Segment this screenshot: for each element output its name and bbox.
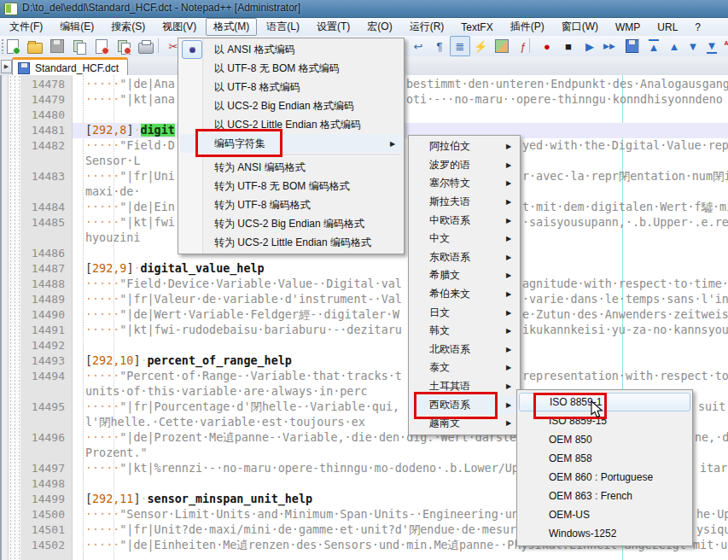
menu-item--[interactable]: 韩文▶ bbox=[411, 322, 518, 341]
show-all-characters-icon[interactable]: ¶ bbox=[430, 37, 449, 55]
close-file-icon-badge bbox=[102, 47, 109, 55]
nav-first-icon[interactable]: ▲ bbox=[644, 37, 663, 55]
spell-check-icon[interactable]: ABC✓ bbox=[721, 37, 728, 55]
tab-standard-hcf[interactable]: Standard_HCF.dct bbox=[12, 57, 128, 77]
menu-item--[interactable]: 东欧语系▶ bbox=[411, 248, 518, 267]
menu-item--[interactable]: 波罗的语▶ bbox=[411, 156, 518, 175]
line-number: 14502 bbox=[20, 538, 65, 553]
menubar-item[interactable]: 插件(P) bbox=[503, 18, 552, 36]
code-token: "|kt|fwi bbox=[119, 216, 175, 229]
macro-run-multiple-icon[interactable]: ▶▶ bbox=[600, 37, 619, 55]
save-file-icon[interactable] bbox=[48, 37, 67, 55]
macro-play-icon: ▶ bbox=[585, 40, 594, 53]
code-segment: Prozent." bbox=[85, 446, 148, 461]
menu-item--ansi-[interactable]: 以 ANSI 格式编码 bbox=[180, 40, 402, 59]
menu-item-label: 希伯来文 bbox=[429, 287, 470, 301]
code-token: ····· bbox=[85, 324, 119, 336]
code-segment: ·····"|de|Ana bbox=[85, 77, 175, 92]
menu-item--utf-8-bom-[interactable]: 以 UTF-8 无 BOM 格式编码 bbox=[180, 59, 402, 78]
new-file-icon[interactable] bbox=[3, 37, 22, 55]
menubar-item[interactable]: 格式(M) bbox=[206, 18, 257, 36]
menubar-item[interactable]: 设置(T) bbox=[309, 18, 358, 36]
code-line[interactable]: 14488·····"Field·Device·Variable·Value-·… bbox=[0, 277, 728, 292]
menu-item-oem-858[interactable]: OEM 858 bbox=[519, 449, 690, 468]
open-file-icon[interactable] bbox=[26, 37, 44, 55]
code-segment: units·of·this·variable·are·always·in·per… bbox=[85, 384, 368, 400]
menu-item--[interactable]: 希伯来文▶ bbox=[411, 285, 518, 304]
macro-record-icon[interactable]: ● bbox=[538, 37, 556, 55]
nav-prev-icon[interactable]: ▲ bbox=[665, 37, 684, 55]
code-line[interactable]: 14489·····"|fr|Valeur·de·variable·d'inst… bbox=[0, 292, 728, 307]
sync-scroll-icon[interactable]: ⚡ bbox=[471, 37, 490, 55]
save-all-icon[interactable] bbox=[70, 37, 89, 55]
menu-item-oem-863-french[interactable]: OEM 863 : French bbox=[519, 487, 690, 505]
menu-item--[interactable]: 希腊文▶ bbox=[411, 266, 518, 285]
menubar-item[interactable]: 视图(V) bbox=[154, 18, 204, 36]
close-all-icon[interactable] bbox=[114, 37, 133, 55]
code-line[interactable]: 14493[292,10]·percent_of_range_help bbox=[0, 353, 728, 369]
menu-item-oem-us[interactable]: OEM-US bbox=[519, 505, 690, 524]
menubar-item[interactable]: 编辑(E) bbox=[52, 18, 102, 36]
menu-item-label: 转为 ANSI 编码格式 bbox=[214, 160, 306, 175]
menubar-item[interactable]: TextFX bbox=[453, 20, 500, 35]
nav-next-icon[interactable]: ▼ bbox=[684, 37, 702, 55]
menubar-item[interactable]: URL bbox=[649, 20, 685, 35]
line-number: 14481 bbox=[20, 123, 65, 138]
code-line[interactable]: 14492 bbox=[0, 338, 728, 353]
code-token: "Field·D bbox=[119, 139, 175, 152]
menubar-item[interactable]: 窗口(W) bbox=[554, 18, 606, 36]
macro-stop-icon[interactable]: ■ bbox=[559, 37, 578, 55]
menu-item--[interactable]: 中欧语系▶ bbox=[411, 211, 518, 230]
menu-item--ucs-2-big-endian-[interactable]: 转为 UCS-2 Big Endian 编码格式 bbox=[180, 214, 402, 233]
close-file-icon[interactable] bbox=[92, 37, 111, 55]
menubar-item[interactable]: ? bbox=[687, 20, 708, 35]
submenu-arrow-icon: ▶ bbox=[506, 382, 511, 390]
menu-item--[interactable]: 北欧语系▶ bbox=[411, 341, 518, 359]
menu-item--utf-8-[interactable]: 以 UTF-8 格式编码 bbox=[180, 78, 402, 96]
menu-item-oem-850[interactable]: OEM 850 bbox=[519, 430, 690, 449]
code-token: 292,8 bbox=[92, 124, 126, 137]
code-line[interactable]: 14491·····"|kt|fwi-rudodebaisu·bariaburu… bbox=[0, 323, 728, 338]
menu-item--ansi-[interactable]: 转为 ANSI 编码格式 bbox=[180, 158, 402, 177]
title-bar[interactable]: D:\to_del\eddl\Standard_HCF.dct - Notepa… bbox=[0, 0, 728, 18]
code-token: ····· bbox=[85, 78, 119, 90]
menu-item--[interactable]: 塞尔特文▶ bbox=[411, 174, 518, 193]
code-line[interactable]: 14487[292,9]·digital_value_help bbox=[0, 261, 728, 277]
print-icon[interactable] bbox=[137, 37, 155, 55]
line-number: 14492 bbox=[20, 338, 65, 353]
code-segment: maxi·de· bbox=[85, 184, 141, 200]
menu-item-label: 日文 bbox=[429, 306, 450, 320]
menubar-item[interactable]: 搜索(S) bbox=[103, 18, 153, 36]
macro-play-icon[interactable]: ▶ bbox=[580, 37, 599, 55]
nav-last-icon[interactable]: ▼ bbox=[702, 37, 721, 55]
sync-scroll-icon: ⚡ bbox=[474, 40, 487, 53]
menu-item--utf-8-[interactable]: 转为 UTF-8 编码格式 bbox=[180, 195, 402, 214]
menubar-item[interactable]: WMP bbox=[608, 20, 648, 35]
menu-item-windows-1252[interactable]: Windows-1252 bbox=[519, 524, 690, 543]
menu-item--[interactable]: 斯拉夫语▶ bbox=[411, 193, 518, 212]
menubar-item[interactable]: 宏(O) bbox=[359, 18, 399, 36]
menubar-item[interactable]: 文件(F) bbox=[2, 18, 50, 36]
menu-item-oem-860-portuguese[interactable]: OEM 860 : Portuguese bbox=[519, 468, 690, 487]
line-number: 14479 bbox=[20, 92, 65, 108]
tab-scroll-button[interactable]: ▶ bbox=[1, 60, 12, 73]
word-wrap-icon[interactable]: ↩ bbox=[409, 37, 428, 55]
code-token: t·mit·dem·digitalen·Wert·f驉·mi bbox=[522, 201, 728, 213]
menu-item--[interactable]: 中文▶ bbox=[411, 230, 518, 248]
code-segment: itarut bbox=[700, 461, 728, 476]
menu-item--ucs-2-little-endian-[interactable]: 转为 UCS-2 Little Endian 编码格式 bbox=[180, 233, 402, 252]
code-line[interactable]: 14490·····"|de|Wert·Variable·Feldger經-·d… bbox=[0, 307, 728, 323]
menu-item--[interactable]: 泰文▶ bbox=[411, 359, 518, 377]
menu-item--[interactable]: 日文▶ bbox=[411, 303, 518, 322]
line-number: 14497 bbox=[20, 461, 65, 476]
menu-item--utf-8-bom-[interactable]: 转为 UTF-8 无 BOM 编码格式 bbox=[180, 177, 402, 195]
code-line[interactable]: 14494·····"Percent·of·Range-·Variable·th… bbox=[0, 369, 728, 384]
menubar-item[interactable]: 运行(R) bbox=[402, 18, 452, 36]
menubar-item[interactable]: 语言(L) bbox=[259, 18, 307, 36]
indent-guide-icon[interactable]: ≣ bbox=[450, 36, 470, 56]
print-icon bbox=[138, 43, 154, 54]
menu-item-label: 北欧语系 bbox=[429, 342, 470, 357]
document-map-icon[interactable] bbox=[492, 37, 511, 55]
menu-item--ucs-2-big-endian-[interactable]: 以 UCS-2 Big Endian 格式编码 bbox=[180, 96, 402, 115]
menu-item--[interactable]: 阿拉伯文▶ bbox=[411, 137, 518, 156]
